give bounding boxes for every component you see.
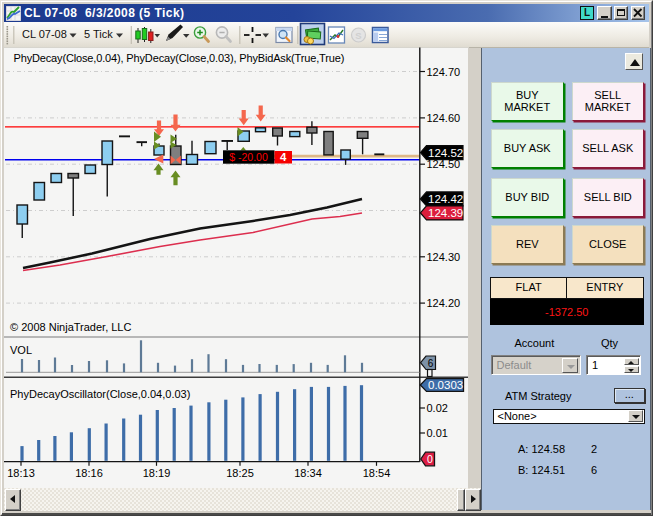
svg-text:S: S xyxy=(355,30,361,41)
